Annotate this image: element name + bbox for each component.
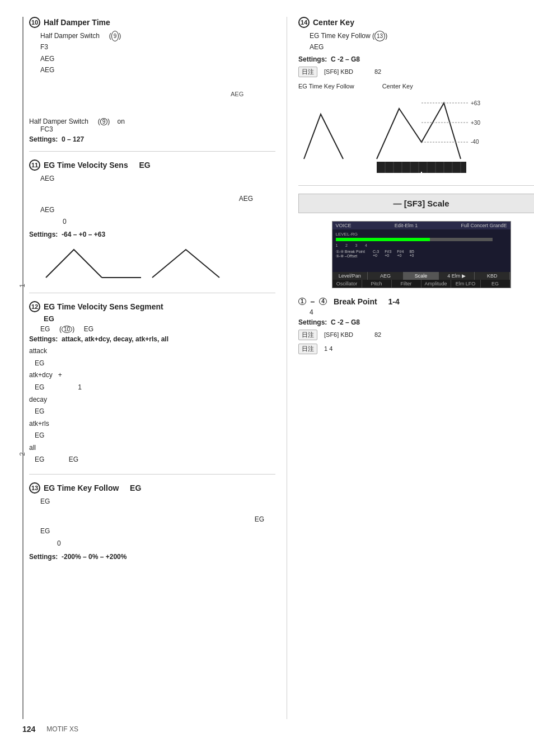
- display-top-bar: VOICE Edit-Elm 1 Full Concert GrandE: [332, 222, 510, 229]
- display-bp-v2: F#3+0: [385, 250, 391, 259]
- s10-sub: Half Damper Switch (9) on: [29, 118, 275, 125]
- s11-settings-label: Settings:: [29, 231, 58, 238]
- s14-note-num: 82: [374, 68, 381, 75]
- section-13-label: EG Time Key Follow: [44, 483, 119, 492]
- page-footer: 124 MOTIF XS: [22, 719, 512, 734]
- section-10-content: Half Damper Switch (9) F3 AEG AEG AEG: [29, 30, 275, 113]
- bp-note2-text: 1 4: [324, 345, 332, 352]
- bp-settings-label: Settings:: [298, 318, 327, 326]
- s13-settings-val: -200% – 0% – +200%: [62, 553, 127, 561]
- bp-circle-1: 1: [298, 298, 306, 305]
- s11-line1: AEG: [40, 173, 275, 184]
- bp-note2-icon: 日注: [298, 344, 317, 354]
- s13-spacer: [40, 508, 275, 514]
- display-mockup: VOICE Edit-Elm 1 Full Concert GrandE LEV…: [332, 221, 511, 288]
- s14-settings: Settings: C -2 – G8: [298, 55, 534, 63]
- s10-fc3: FC3: [29, 125, 275, 133]
- s12-atk-dcy-eg: EG 1: [29, 382, 275, 394]
- bp-settings-val: C -2 – G8: [331, 318, 360, 326]
- section-10-num: 10: [29, 17, 40, 28]
- section-12-label: EG Time Velocity Sens Segment: [44, 302, 163, 311]
- s10-line4: AEG: [40, 64, 275, 76]
- section-bp-label: Break Point: [334, 297, 377, 306]
- section-14-content: EG Time Key Follow (13) AEG: [298, 30, 534, 53]
- display-bp-v3: F#4+0: [397, 250, 404, 259]
- display-tab2-amp: Amplitude: [421, 280, 451, 288]
- sidebar-num-1: 1: [18, 284, 26, 288]
- s14-label-egtkf: EG Time Key Follow: [298, 83, 354, 90]
- section-bp-settings: Settings: C -2 – G8: [298, 318, 534, 326]
- s14-line2: AEG: [310, 41, 534, 53]
- s12-decay-eg: EG: [29, 406, 275, 418]
- section-13-title: 13 EG Time Key Follow EG: [29, 482, 275, 494]
- s12-rows: attack EG atk+dcy + EG 1 decay EG atk+rl…: [29, 345, 275, 466]
- svg-text:AEG: AEG: [231, 91, 243, 97]
- s12-atk-dcy: atk+dcy +: [29, 369, 275, 382]
- bp-note1: 日注 [SF6] KBD 82: [298, 330, 534, 340]
- display-tab2-pitch: Pitch: [362, 280, 392, 288]
- s11-line2: AEG: [40, 193, 275, 204]
- section-11-num: 11: [29, 159, 40, 171]
- s10-wave: AEG: [40, 79, 275, 113]
- display-bp-v4: B5+0: [409, 250, 414, 259]
- bp-circle-4: 4: [319, 298, 327, 305]
- s14-note: 日注 [SF6] KBD 82: [298, 67, 534, 77]
- bp-note2: 日注 1 4: [298, 344, 534, 354]
- display-tab-levelpan: Level/Pan: [332, 272, 368, 280]
- section-11: 11 EG Time Velocity Sens EG AEG AEG AEG …: [29, 159, 275, 285]
- sidebar-num-2: 2: [18, 452, 26, 456]
- svg-text:+63: +63: [471, 100, 480, 106]
- display-bp-v1: C-3+0: [373, 250, 379, 259]
- display-tab-kbd: KBD: [475, 272, 510, 280]
- display-tab-aeg: AEG: [368, 272, 404, 280]
- display-tabs2: Oscillator Pitch Filter Amplitude Elm LF…: [332, 280, 510, 288]
- section-12-num: 12: [29, 301, 40, 312]
- s11-wave-svg: [29, 244, 242, 283]
- section-13-num: 13: [29, 482, 40, 494]
- s14-settings-val: C -2 – G8: [331, 55, 360, 63]
- section-11-label2: EG: [139, 161, 150, 170]
- s10-settings: Settings: 0 – 127: [29, 135, 275, 143]
- s14-diagram-svg: +63 +30 -40: [298, 92, 489, 176]
- section-10: 10 Half Damper Time Half Damper Switch (…: [29, 17, 275, 143]
- display-body: LEVEL-RG 1 2 3 4 ①: [332, 229, 510, 261]
- s14-note-text: [SF6] KBD: [324, 68, 353, 75]
- section-bp: 1 – 4 Break Point 1-4 4 Settings: C -2 –…: [298, 297, 534, 354]
- display-tab-4elm: 4 Elm ▶: [439, 272, 475, 280]
- s12-decay: decay: [29, 394, 275, 406]
- svg-text:+30: +30: [471, 120, 480, 126]
- s14-line1: EG Time Key Follow (13): [310, 30, 534, 41]
- s13-settings-label: Settings:: [29, 553, 58, 561]
- s11-line3: AEG: [40, 204, 275, 215]
- display-bp-rows: ①-④ Break Point ⑤-⑧ –Offset C-3+0 F#3+0 …: [336, 250, 507, 259]
- display-tab-scale: Scale: [404, 272, 439, 280]
- bp-note1-text: [SF6] KBD: [324, 331, 353, 338]
- section-11-title: 11 EG Time Velocity Sens EG: [29, 159, 275, 171]
- s12-sub: EG (10) EG: [29, 325, 275, 333]
- s12-all-eg: EG EG: [29, 454, 275, 466]
- section-bp-sub: 4: [298, 308, 534, 316]
- section-11-content: AEG AEG AEG 0: [29, 173, 275, 228]
- s13-line3: EG: [40, 525, 275, 538]
- section-14: 14 Center Key EG Time Key Follow (13) AE…: [298, 17, 534, 177]
- section-14-label: Center Key: [313, 18, 354, 27]
- display-level-fill: [336, 238, 430, 241]
- s13-line1: EG: [40, 496, 275, 508]
- s13-settings: Settings: -200% – 0% – +200%: [29, 553, 275, 561]
- s11-settings-val: -64 – +0 – +63: [62, 231, 105, 238]
- display-bp-col1: ①-④ Break Point ⑤-⑧ –Offset: [336, 250, 365, 259]
- s11-settings: Settings: -64 – +0 – +63: [29, 231, 275, 238]
- s14-label-ck: Center Key: [382, 83, 413, 90]
- section-13: 13 EG Time Key Follow EG EG EG EG 0 Sett…: [29, 482, 275, 561]
- bp-note1-icon: 日注: [298, 330, 317, 340]
- section-bp-numlabel: 1-4: [388, 297, 400, 306]
- sf3-scale-header: — [SF3] Scale: [298, 194, 534, 213]
- s10-line2: F3: [40, 41, 275, 53]
- section-bp-subtitle: 4: [310, 308, 313, 316]
- section-12: 12 EG Time Velocity Sens Segment EG EG (…: [29, 301, 275, 466]
- display-tab2-eg: EG: [481, 280, 510, 288]
- s10-line1: Half Damper Switch (9): [40, 30, 275, 41]
- display-tab2-osc: Oscillator: [332, 280, 362, 288]
- svg-text:-40: -40: [471, 139, 479, 145]
- s12-settings: Settings: attack, atk+dcy, decay, atk+rl…: [29, 335, 275, 343]
